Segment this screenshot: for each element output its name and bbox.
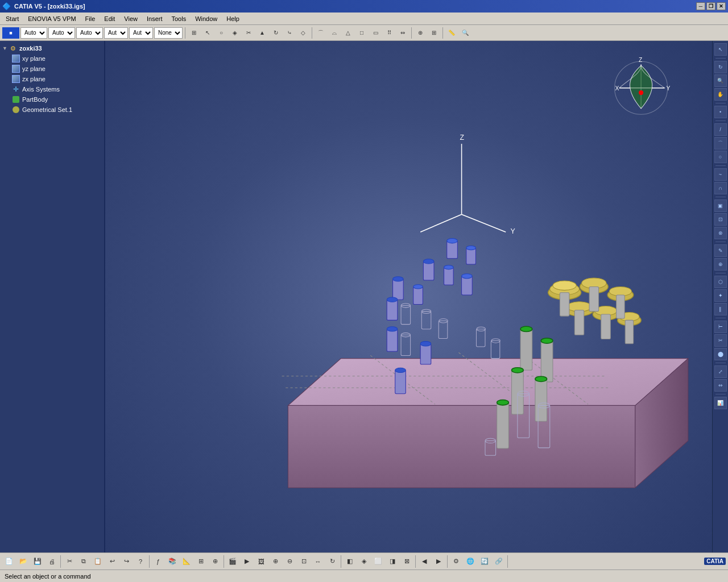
trim-btn[interactable]: ✂ [242,27,255,39]
3d-viewport[interactable]: Z Y [105,41,712,552]
rt-boundary-btn[interactable]: ⬤ [714,348,727,360]
draft-btn[interactable]: △ [342,27,354,39]
revolve-btn[interactable]: ↻ [270,27,282,39]
rt-dot-btn[interactable]: • [714,106,727,118]
pattern-btn[interactable]: ⠿ [383,27,395,39]
circle-btn[interactable]: ○ [215,27,228,39]
bt-open-btn[interactable]: 📂 [16,555,30,568]
maximize-button[interactable]: ❐ [706,2,715,10]
rt-fill-btn[interactable]: ▣ [714,199,727,212]
menu-start[interactable]: Start [1,14,23,23]
snap-grid-btn[interactable]: ⊞ [188,27,200,39]
tree-axis-systems[interactable]: ✛ Axis Systems [2,84,102,94]
menu-view[interactable]: View [119,14,142,23]
rt-edit-btn[interactable]: ✎ [714,244,727,257]
bt-measure2-btn[interactable]: 📐 [180,555,193,568]
bt-catalog-btn[interactable]: 📚 [166,555,179,568]
bt-update-btn[interactable]: 🔄 [478,555,491,568]
menu-enovia[interactable]: ENOVIA V5 VPM [23,14,80,23]
lineweight-dropdown[interactable]: Auto [48,27,75,39]
rt-zoom-btn[interactable]: 🔍 [714,74,727,87]
menu-window[interactable]: Window [191,14,222,23]
rt-parallel-btn[interactable]: ∥ [714,303,727,315]
bt-render-btn[interactable]: 🖼 [254,555,268,568]
close-button[interactable]: ✕ [717,2,726,10]
minimize-button[interactable]: ─ [696,2,705,10]
rt-pan-btn[interactable]: ✋ [714,88,727,101]
title-bar-controls[interactable]: ─ ❐ ✕ [696,2,726,10]
rt-rotate-btn[interactable]: ↻ [714,61,727,73]
bt-fit-btn[interactable]: ⊡ [297,555,311,568]
rt-mirror2-btn[interactable]: ⇔ [714,379,727,392]
linetype-dropdown[interactable]: Auto [20,27,47,39]
menu-file[interactable]: File [81,14,100,23]
rt-cursor-btn[interactable]: ↖ [714,43,727,56]
bt-zoom-in-btn[interactable]: ⊕ [268,555,282,568]
tree-part-body[interactable]: PartBody [2,94,102,105]
bt-animation-btn[interactable]: ▶ [240,555,254,568]
bt-copy-btn[interactable]: ⧉ [77,555,90,568]
bt-zoom-out-btn[interactable]: ⊖ [283,555,296,568]
bt-help-btn[interactable]: ? [134,555,147,568]
bt-view-section[interactable]: ⊠ [400,555,413,568]
bt-redo-btn[interactable]: ↪ [119,555,133,568]
chamfer-btn[interactable]: ⌓ [328,27,341,39]
rt-extract-btn[interactable]: ⬡ [714,276,727,288]
menu-help[interactable]: Help [222,14,244,23]
transparency-dropdown[interactable]: Auto [76,27,103,39]
bt-cut-btn[interactable]: ✂ [63,555,76,568]
loft-btn[interactable]: ◇ [297,27,309,39]
constraint-btn[interactable]: ◈ [229,27,241,39]
thickness-btn[interactable]: ▭ [369,27,382,39]
menu-tools[interactable]: Tools [167,14,191,23]
rt-intersect-btn[interactable]: ✦ [714,289,727,302]
rt-arc-btn[interactable]: ⌒ [714,137,727,149]
bt-grid-btn[interactable]: ⊞ [194,555,208,568]
shell-btn[interactable]: □ [355,27,368,39]
bt-view-top[interactable]: ⬜ [371,555,385,568]
rt-analysis-btn[interactable]: 📊 [714,397,727,409]
bt-print-btn[interactable]: 🖨 [45,555,59,568]
fillet-btn[interactable]: ⌒ [315,27,327,39]
tree-root[interactable]: ▼ ⚙ zoxki33 [2,43,102,53]
boolean-btn[interactable]: ⊕ [414,27,427,39]
tree-geo-set[interactable]: Geometrical Set.1 [2,105,102,115]
bt-arrow-right[interactable]: ▶ [432,555,445,568]
bt-new-btn[interactable]: 📄 [2,555,16,568]
rt-line-btn[interactable]: / [714,123,727,136]
menu-edit[interactable]: Edit [100,14,119,23]
select-btn[interactable]: ↖ [201,27,214,39]
bt-scene-btn[interactable]: 🎬 [226,555,239,568]
rt-join-btn[interactable]: ⊕ [714,258,727,271]
rt-trim2-btn[interactable]: ✂ [714,334,727,347]
bt-internet-btn[interactable]: 🌐 [464,555,477,568]
tree-zx-plane[interactable]: zx plane [2,74,102,84]
bt-settings-btn[interactable]: ⚙ [449,555,463,568]
rt-offset-btn[interactable]: ⊡ [714,213,727,226]
bt-view-back[interactable]: ◨ [386,555,399,568]
measure-btn[interactable]: 📏 [445,27,458,39]
tree-xy-plane[interactable]: xy plane [2,53,102,64]
material-dropdown[interactable]: Aut [104,27,128,39]
bt-arrow-left[interactable]: ◀ [417,555,431,568]
bt-pan2-btn[interactable]: ↔ [311,555,325,568]
bt-view-front[interactable]: ◧ [343,555,357,568]
rt-split-btn[interactable]: ⊢ [714,321,727,333]
bt-undo-btn[interactable]: ↩ [105,555,119,568]
tree-yz-plane[interactable]: yz plane [2,64,102,74]
bt-connect-btn[interactable]: 🔗 [492,555,506,568]
analyze-btn[interactable]: 🔍 [459,27,471,39]
bt-view-iso[interactable]: ◈ [357,555,371,568]
menu-insert[interactable]: Insert [142,14,167,23]
sweep-btn[interactable]: ⤷ [283,27,296,39]
bt-snap2-btn[interactable]: ⊕ [208,555,222,568]
rt-circle-btn[interactable]: ○ [714,151,727,163]
bt-rotate2-btn[interactable]: ↻ [325,555,339,568]
rt-conic-btn[interactable]: ∩ [714,182,727,194]
extrude-btn[interactable]: ▲ [256,27,268,39]
bt-formula-btn[interactable]: ƒ [151,555,165,568]
rt-project-btn[interactable]: ⊗ [714,227,727,239]
layer-dropdown[interactable]: None [154,27,183,39]
mirror-btn[interactable]: ⇔ [396,27,409,39]
bt-save-btn[interactable]: 💾 [31,555,44,568]
